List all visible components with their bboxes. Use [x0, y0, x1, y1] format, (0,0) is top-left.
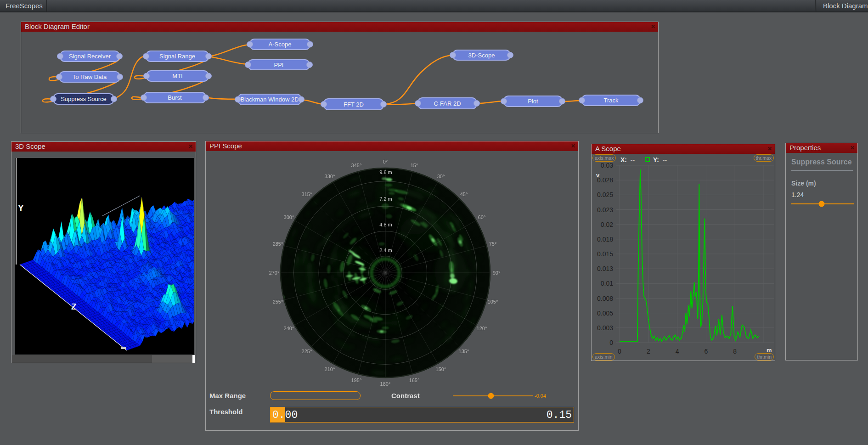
- svg-text:180°: 180°: [380, 381, 391, 387]
- svg-text:0.01: 0.01: [601, 280, 613, 287]
- svg-text:90°: 90°: [493, 270, 501, 276]
- svg-text:255°: 255°: [273, 299, 283, 304]
- svg-text:4: 4: [676, 348, 679, 355]
- svg-text:0.015: 0.015: [597, 250, 613, 258]
- svg-text:225°: 225°: [302, 349, 312, 354]
- svg-text:FFT 2D: FFT 2D: [344, 101, 364, 108]
- svg-text:Burst: Burst: [168, 94, 182, 101]
- svg-text:120°: 120°: [477, 326, 487, 331]
- svg-text:0.013: 0.013: [597, 265, 613, 272]
- svg-text:Signal Receiver: Signal Receiver: [69, 53, 111, 60]
- svg-text:45°: 45°: [460, 192, 468, 197]
- svg-text:v: v: [596, 172, 600, 179]
- svg-text:0°: 0°: [383, 159, 388, 164]
- svg-text:9.6 m: 9.6 m: [379, 169, 392, 175]
- svg-text:0: 0: [609, 339, 613, 346]
- svg-text:0.003: 0.003: [597, 324, 613, 332]
- svg-text:315°: 315°: [302, 192, 312, 197]
- svg-text:2.4 m: 2.4 m: [379, 248, 392, 253]
- svg-text:C-FAR 2D: C-FAR 2D: [434, 100, 461, 107]
- svg-text:210°: 210°: [325, 366, 335, 372]
- svg-text:Track: Track: [603, 97, 619, 104]
- svg-text:195°: 195°: [351, 377, 362, 383]
- svg-text:345°: 345°: [351, 163, 362, 168]
- svg-text:4.8 m: 4.8 m: [379, 222, 392, 227]
- svg-text:7.2 m: 7.2 m: [379, 196, 392, 202]
- svg-text:Y: Y: [18, 203, 24, 213]
- svg-text:75°: 75°: [489, 241, 497, 247]
- svg-text:270°: 270°: [269, 270, 280, 276]
- svg-text:Blackman Window 2D: Blackman Window 2D: [240, 96, 299, 103]
- svg-text:m: m: [767, 347, 772, 354]
- svg-text:8: 8: [733, 348, 737, 355]
- svg-text:0.028: 0.028: [597, 176, 613, 184]
- svg-text:0.03: 0.03: [601, 162, 613, 169]
- svg-text:To Raw Data: To Raw Data: [73, 73, 107, 80]
- svg-text:3D-Scope: 3D-Scope: [468, 52, 495, 59]
- svg-text:30°: 30°: [437, 174, 445, 179]
- svg-text:0.018: 0.018: [597, 236, 613, 243]
- svg-text:150°: 150°: [436, 366, 446, 372]
- svg-text:0.008: 0.008: [597, 295, 613, 302]
- svg-text:MTI: MTI: [172, 73, 182, 79]
- svg-text:Z: Z: [71, 302, 77, 311]
- svg-text:105°: 105°: [488, 299, 498, 304]
- svg-text:240°: 240°: [284, 326, 294, 331]
- svg-text:330°: 330°: [325, 174, 335, 179]
- svg-text:0.005: 0.005: [597, 310, 613, 317]
- svg-text:Plot: Plot: [528, 98, 538, 105]
- svg-text:0.025: 0.025: [597, 191, 613, 198]
- svg-text:A-Scope: A-Scope: [269, 41, 292, 48]
- svg-text:0.023: 0.023: [597, 206, 613, 214]
- svg-text:165°: 165°: [409, 377, 420, 383]
- svg-text:6: 6: [705, 348, 708, 355]
- svg-text:15°: 15°: [411, 163, 418, 168]
- svg-text:135°: 135°: [459, 349, 469, 354]
- svg-text:285°: 285°: [273, 241, 283, 247]
- svg-text:0: 0: [618, 348, 621, 355]
- svg-text:300°: 300°: [284, 214, 294, 220]
- svg-text:Suppress Source: Suppress Source: [61, 96, 107, 102]
- svg-text:2: 2: [647, 348, 650, 355]
- svg-text:60°: 60°: [478, 214, 486, 220]
- svg-text:0.02: 0.02: [601, 221, 613, 228]
- svg-text:Signal Range: Signal Range: [159, 53, 195, 60]
- svg-text:PPI: PPI: [274, 62, 284, 68]
